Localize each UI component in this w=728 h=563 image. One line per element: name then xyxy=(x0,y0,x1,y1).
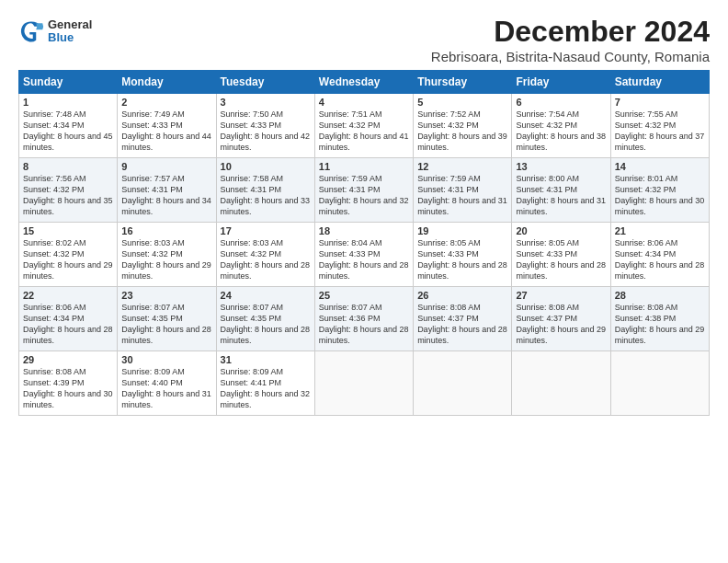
calendar-cell: 1 Sunrise: 7:48 AMSunset: 4:34 PMDayligh… xyxy=(19,94,118,158)
day-number: 24 xyxy=(221,290,311,301)
day-number: 7 xyxy=(615,97,705,108)
day-number: 1 xyxy=(23,97,113,108)
calendar-cell: 17 Sunrise: 8:03 AMSunset: 4:32 PMDaylig… xyxy=(216,223,314,287)
calendar-week-row: 15 Sunrise: 8:02 AMSunset: 4:32 PMDaylig… xyxy=(19,223,710,287)
day-number: 20 xyxy=(516,225,606,236)
day-number: 11 xyxy=(319,161,409,172)
day-info: Sunrise: 8:03 AMSunset: 4:32 PMDaylight:… xyxy=(221,238,311,281)
day-info: Sunrise: 7:50 AMSunset: 4:33 PMDaylight:… xyxy=(221,109,311,152)
day-info: Sunrise: 8:07 AMSunset: 4:35 PMDaylight:… xyxy=(221,303,311,345)
logo: General Blue xyxy=(18,18,92,45)
day-number: 22 xyxy=(23,290,113,301)
day-number: 4 xyxy=(319,97,409,108)
day-number: 5 xyxy=(417,97,507,108)
day-number: 13 xyxy=(516,161,606,172)
calendar-cell: 14 Sunrise: 8:01 AMSunset: 4:32 PMDaylig… xyxy=(610,158,709,223)
day-info: Sunrise: 8:07 AMSunset: 4:36 PMDaylight:… xyxy=(319,303,409,345)
day-header: Sunday xyxy=(19,71,118,94)
day-number: 28 xyxy=(615,290,705,301)
day-header: Wednesday xyxy=(314,71,413,94)
calendar-cell: 5 Sunrise: 7:52 AMSunset: 4:32 PMDayligh… xyxy=(414,94,512,158)
calendar-cell: 30 Sunrise: 8:09 AMSunset: 4:40 PMDaylig… xyxy=(118,351,216,416)
day-number: 27 xyxy=(516,290,606,301)
day-number: 12 xyxy=(417,161,507,172)
logo-icon xyxy=(18,18,44,44)
calendar-cell: 20 Sunrise: 8:05 AMSunset: 4:33 PMDaylig… xyxy=(512,223,610,287)
calendar-cell xyxy=(314,351,413,416)
day-info: Sunrise: 8:09 AMSunset: 4:41 PMDaylight:… xyxy=(221,367,311,409)
day-number: 19 xyxy=(417,225,507,236)
day-info: Sunrise: 8:01 AMSunset: 4:32 PMDaylight:… xyxy=(615,174,705,216)
day-info: Sunrise: 7:59 AMSunset: 4:31 PMDaylight:… xyxy=(417,174,507,216)
calendar-week-row: 1 Sunrise: 7:48 AMSunset: 4:34 PMDayligh… xyxy=(19,94,710,158)
title-block: December 2024 Rebrisoara, Bistrita-Nasau… xyxy=(431,15,710,64)
day-number: 26 xyxy=(417,290,507,301)
day-info: Sunrise: 8:04 AMSunset: 4:33 PMDaylight:… xyxy=(319,238,409,281)
calendar-cell: 13 Sunrise: 8:00 AMSunset: 4:31 PMDaylig… xyxy=(512,158,610,223)
calendar-body: 1 Sunrise: 7:48 AMSunset: 4:34 PMDayligh… xyxy=(19,94,710,416)
day-header: Saturday xyxy=(610,71,709,94)
day-number: 18 xyxy=(319,225,409,236)
day-info: Sunrise: 8:07 AMSunset: 4:35 PMDaylight:… xyxy=(121,303,211,345)
day-number: 2 xyxy=(121,97,211,108)
day-info: Sunrise: 8:08 AMSunset: 4:37 PMDaylight:… xyxy=(417,303,507,345)
day-info: Sunrise: 8:00 AMSunset: 4:31 PMDaylight:… xyxy=(516,174,606,216)
calendar-header-row: SundayMondayTuesdayWednesdayThursdayFrid… xyxy=(19,71,710,94)
calendar-cell: 16 Sunrise: 8:03 AMSunset: 4:32 PMDaylig… xyxy=(118,223,216,287)
calendar-cell: 26 Sunrise: 8:08 AMSunset: 4:37 PMDaylig… xyxy=(414,287,512,351)
day-number: 14 xyxy=(615,161,705,172)
day-info: Sunrise: 8:02 AMSunset: 4:32 PMDaylight:… xyxy=(23,238,113,281)
calendar-cell: 15 Sunrise: 8:02 AMSunset: 4:32 PMDaylig… xyxy=(19,223,118,287)
day-number: 17 xyxy=(221,225,311,236)
calendar-cell: 31 Sunrise: 8:09 AMSunset: 4:41 PMDaylig… xyxy=(216,351,314,416)
day-info: Sunrise: 8:03 AMSunset: 4:32 PMDaylight:… xyxy=(121,238,211,281)
logo-line2: Blue xyxy=(48,31,92,44)
day-info: Sunrise: 8:08 AMSunset: 4:39 PMDaylight:… xyxy=(23,367,113,409)
day-info: Sunrise: 8:09 AMSunset: 4:40 PMDaylight:… xyxy=(121,367,211,409)
day-info: Sunrise: 7:57 AMSunset: 4:31 PMDaylight:… xyxy=(121,174,211,216)
day-number: 15 xyxy=(23,225,113,236)
day-number: 3 xyxy=(221,97,311,108)
calendar-cell: 22 Sunrise: 8:06 AMSunset: 4:34 PMDaylig… xyxy=(19,287,118,351)
calendar-title: December 2024 xyxy=(431,15,710,49)
calendar-cell xyxy=(512,351,610,416)
day-number: 25 xyxy=(319,290,409,301)
calendar-table: SundayMondayTuesdayWednesdayThursdayFrid… xyxy=(18,70,710,416)
calendar-week-row: 8 Sunrise: 7:56 AMSunset: 4:32 PMDayligh… xyxy=(19,158,710,223)
calendar-cell: 10 Sunrise: 7:58 AMSunset: 4:31 PMDaylig… xyxy=(216,158,314,223)
calendar-cell: 23 Sunrise: 8:07 AMSunset: 4:35 PMDaylig… xyxy=(118,287,216,351)
logo-line1: General xyxy=(48,18,92,31)
day-number: 29 xyxy=(23,354,113,365)
day-number: 10 xyxy=(221,161,311,172)
calendar-week-row: 22 Sunrise: 8:06 AMSunset: 4:34 PMDaylig… xyxy=(19,287,710,351)
page-container: General Blue December 2024 Rebrisoara, B… xyxy=(0,0,728,425)
calendar-cell: 4 Sunrise: 7:51 AMSunset: 4:32 PMDayligh… xyxy=(314,94,413,158)
day-info: Sunrise: 7:58 AMSunset: 4:31 PMDaylight:… xyxy=(221,174,311,216)
day-info: Sunrise: 8:05 AMSunset: 4:33 PMDaylight:… xyxy=(417,238,507,281)
day-header: Monday xyxy=(118,71,216,94)
header: General Blue December 2024 Rebrisoara, B… xyxy=(18,15,710,64)
day-info: Sunrise: 8:06 AMSunset: 4:34 PMDaylight:… xyxy=(615,238,705,281)
day-header: Tuesday xyxy=(216,71,314,94)
calendar-cell: 6 Sunrise: 7:54 AMSunset: 4:32 PMDayligh… xyxy=(512,94,610,158)
calendar-cell: 25 Sunrise: 8:07 AMSunset: 4:36 PMDaylig… xyxy=(314,287,413,351)
day-info: Sunrise: 7:51 AMSunset: 4:32 PMDaylight:… xyxy=(319,109,409,152)
calendar-cell: 18 Sunrise: 8:04 AMSunset: 4:33 PMDaylig… xyxy=(314,223,413,287)
day-info: Sunrise: 8:06 AMSunset: 4:34 PMDaylight:… xyxy=(23,303,113,345)
calendar-cell: 2 Sunrise: 7:49 AMSunset: 4:33 PMDayligh… xyxy=(118,94,216,158)
calendar-cell: 27 Sunrise: 8:08 AMSunset: 4:37 PMDaylig… xyxy=(512,287,610,351)
day-info: Sunrise: 7:49 AMSunset: 4:33 PMDaylight:… xyxy=(121,109,211,152)
calendar-cell: 12 Sunrise: 7:59 AMSunset: 4:31 PMDaylig… xyxy=(414,158,512,223)
day-number: 8 xyxy=(23,161,113,172)
day-info: Sunrise: 7:56 AMSunset: 4:32 PMDaylight:… xyxy=(23,174,113,216)
calendar-cell: 7 Sunrise: 7:55 AMSunset: 4:32 PMDayligh… xyxy=(610,94,709,158)
calendar-cell: 8 Sunrise: 7:56 AMSunset: 4:32 PMDayligh… xyxy=(19,158,118,223)
day-info: Sunrise: 7:52 AMSunset: 4:32 PMDaylight:… xyxy=(417,109,507,152)
day-header: Friday xyxy=(512,71,610,94)
day-info: Sunrise: 8:08 AMSunset: 4:38 PMDaylight:… xyxy=(615,303,705,345)
day-info: Sunrise: 8:05 AMSunset: 4:33 PMDaylight:… xyxy=(516,238,606,281)
day-info: Sunrise: 7:54 AMSunset: 4:32 PMDaylight:… xyxy=(516,109,606,152)
logo-text: General Blue xyxy=(48,18,92,45)
day-number: 9 xyxy=(121,161,211,172)
day-number: 23 xyxy=(121,290,211,301)
